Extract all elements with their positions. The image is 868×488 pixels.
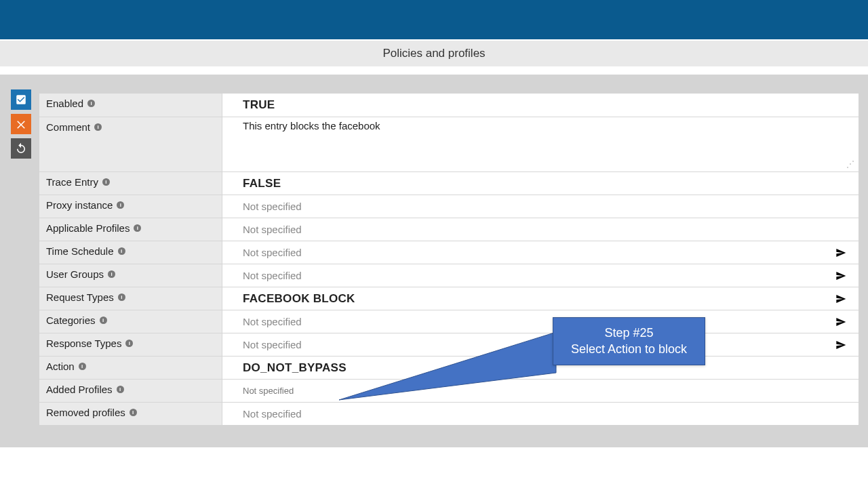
info-icon[interactable]: i: [94, 123, 102, 131]
label-added-profiles: Added Profiles i: [39, 380, 222, 402]
row-proxy: Proxy instance i Not specified: [39, 195, 859, 218]
undo-icon: [15, 142, 27, 155]
callout-box: Step #25 Select Action to block: [553, 317, 705, 365]
goto-icon[interactable]: [835, 247, 846, 258]
resize-grip-icon[interactable]: ⋰: [846, 159, 854, 169]
label-time-schedule: Time Schedule i: [39, 241, 222, 264]
label-applicable-profiles: Applicable Profiles i: [39, 218, 222, 241]
page-title-bar: Policies and profiles: [0, 39, 868, 66]
label-categories: Categories i: [39, 310, 222, 333]
label-action: Action i: [39, 357, 222, 379]
page-title: Policies and profiles: [382, 47, 485, 60]
info-icon[interactable]: i: [102, 178, 110, 186]
row-time-schedule: Time Schedule i Not specified: [39, 241, 859, 264]
svg-marker-0: [339, 332, 556, 400]
label-removed-profiles: Removed profiles i: [39, 403, 222, 425]
form-panel: Enabled i TRUE Comment i This entry bloc…: [0, 75, 868, 447]
info-icon[interactable]: i: [108, 270, 115, 278]
goto-icon[interactable]: [835, 317, 846, 327]
info-icon[interactable]: i: [79, 363, 86, 370]
callout-arrow: [339, 325, 563, 407]
value-enabled[interactable]: TRUE: [222, 94, 859, 117]
top-banner: [0, 0, 868, 39]
info-icon[interactable]: i: [118, 247, 125, 255]
value-proxy[interactable]: Not specified: [222, 195, 859, 218]
value-time-schedule[interactable]: Not specified: [222, 241, 859, 264]
close-icon: [15, 118, 27, 130]
label-request-types: Request Types i: [39, 287, 222, 310]
row-enabled: Enabled i TRUE: [39, 94, 859, 117]
callout-line1: Step #25: [566, 325, 692, 341]
label-user-groups: User Groups i: [39, 264, 222, 287]
side-toolbar: [11, 89, 31, 159]
info-icon[interactable]: i: [117, 386, 124, 393]
row-trace: Trace Entry i FALSE: [39, 171, 859, 195]
label-proxy: Proxy instance i: [39, 195, 222, 218]
callout-line2: Select Action to block: [566, 341, 692, 357]
row-applicable-profiles: Applicable Profiles i Not specified: [39, 218, 859, 241]
goto-icon[interactable]: [835, 270, 846, 281]
goto-icon[interactable]: [835, 340, 846, 350]
info-icon[interactable]: i: [100, 317, 107, 324]
value-trace[interactable]: FALSE: [222, 172, 859, 195]
info-icon[interactable]: i: [125, 340, 133, 347]
label-comment: Comment i: [39, 117, 222, 171]
save-button[interactable]: [11, 89, 31, 110]
info-icon[interactable]: i: [117, 201, 124, 209]
label-trace: Trace Entry i: [39, 172, 222, 195]
check-icon: [15, 94, 27, 106]
label-response-types: Response Types i: [39, 333, 222, 356]
label-enabled: Enabled i: [39, 94, 222, 117]
row-user-groups: User Groups i Not specified: [39, 264, 859, 287]
info-icon[interactable]: i: [118, 293, 125, 301]
info-icon[interactable]: i: [130, 409, 137, 416]
value-comment[interactable]: This entry blocks the facebook ⋰: [222, 117, 859, 171]
goto-icon[interactable]: [835, 293, 846, 304]
row-comment: Comment i This entry blocks the facebook…: [39, 117, 859, 171]
cancel-button[interactable]: [11, 114, 31, 134]
info-icon[interactable]: i: [87, 100, 95, 107]
info-icon[interactable]: i: [134, 224, 141, 232]
undo-button[interactable]: [11, 138, 31, 159]
value-user-groups[interactable]: Not specified: [222, 264, 859, 287]
row-request-types: Request Types i FACEBOOK BLOCK: [39, 287, 859, 310]
value-applicable-profiles[interactable]: Not specified: [222, 218, 859, 241]
value-request-types[interactable]: FACEBOOK BLOCK: [222, 287, 859, 310]
